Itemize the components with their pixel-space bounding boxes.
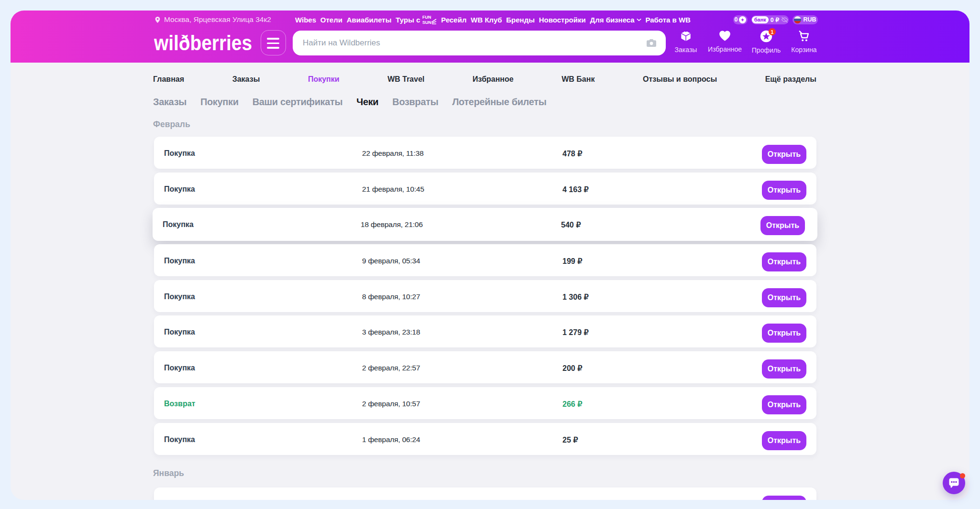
svg-text:SUN: SUN	[422, 20, 431, 25]
svg-text:wilðberries: wilðberries	[154, 33, 252, 54]
svg-text:FUN: FUN	[422, 15, 431, 20]
